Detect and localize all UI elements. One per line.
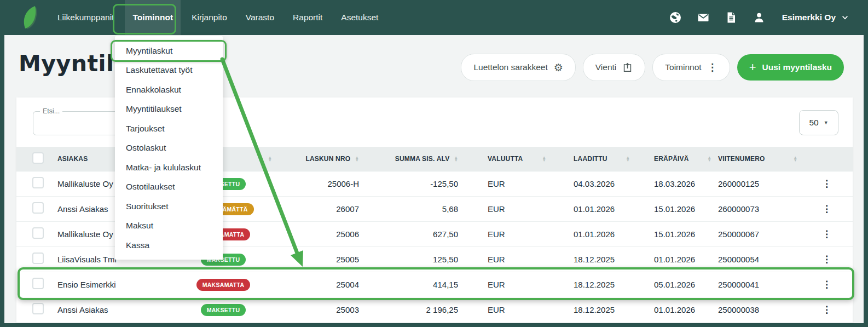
table-row[interactable]: Anssi Asiakas MAKSETTU 25003 2 196,25 EU… (16, 297, 853, 323)
status-badge: MAKSAMATTA (196, 279, 251, 291)
menu-item-tarjoukset[interactable]: Tarjoukset (115, 119, 223, 139)
row-checkbox[interactable] (32, 227, 44, 239)
row-checkbox[interactable] (32, 202, 44, 214)
company-switcher[interactable]: Esimerkki Oy (782, 13, 849, 22)
actions-button[interactable]: Toiminnot ⋮ (652, 54, 730, 81)
column-label: ERÄPÄIVÄ (654, 155, 689, 163)
export-icon (622, 62, 633, 73)
sort-icon[interactable] (355, 156, 359, 162)
menu-item-ostotilaukset[interactable]: Ostotilaukset (115, 177, 223, 197)
screenshot-frame: Liikekumppanit Toiminnot Kirjanpito Vara… (0, 0, 868, 327)
chevron-down-icon (841, 13, 849, 22)
row-checkbox[interactable] (32, 303, 44, 314)
company-name: Esimerkki Oy (782, 13, 836, 22)
column-header-viitenumero[interactable]: VIITENUMERO (716, 155, 801, 163)
cell-valuutta: EUR (472, 204, 557, 214)
plus-icon: + (749, 61, 756, 73)
column-header-erapaiva[interactable]: ERÄPÄIVÄ (636, 155, 716, 163)
menu-item-myyntitilaukset[interactable]: Myyntitilaukset (115, 100, 223, 119)
sort-icon[interactable] (542, 156, 546, 162)
row-kebab-icon[interactable]: ⋮ (822, 179, 831, 189)
new-invoice-label: Uusi myyntilasku (762, 62, 832, 72)
cell-asiakas: Anssi Asiakas (43, 305, 160, 314)
column-label: ASIAKAS (57, 155, 88, 163)
toiminnot-dropdown-menu: Myyntilaskut Laskutettavat työt Ennakkol… (115, 36, 223, 260)
cell-summa: 5,68 (371, 204, 472, 214)
kebab-icon: ⋮ (708, 61, 717, 73)
row-checkbox[interactable] (32, 253, 44, 264)
menu-item-suoritukset[interactable]: Suoritukset (115, 197, 223, 216)
cell-laskun-nro: 25006 (286, 230, 371, 239)
cell-laadittu: 01.01.2026 (557, 230, 636, 239)
column-header-laadittu[interactable]: LAADITTU (557, 155, 636, 163)
document-icon[interactable] (725, 11, 738, 24)
cell-laskun-nro: 25003 (286, 305, 371, 314)
column-header-summa[interactable]: SUMMA SIS. ALV (371, 155, 472, 163)
cell-laskun-nro: 25005 (286, 255, 371, 264)
menu-item-ostolaskut[interactable]: Ostolaskut (115, 139, 223, 158)
nav-item-raportit[interactable]: Raportit (293, 13, 322, 22)
nav-item-toiminnot[interactable]: Toiminnot (125, 0, 181, 35)
app-logo-leaf-icon[interactable] (21, 5, 39, 30)
user-icon[interactable] (753, 11, 766, 24)
menu-item-ennakkolaskut[interactable]: Ennakkolaskut (115, 80, 223, 100)
cell-erapaiva: 18.03.2026 (636, 179, 716, 188)
column-header-valuutta[interactable]: VALUUTTA (472, 155, 557, 163)
row-kebab-icon[interactable]: ⋮ (822, 254, 831, 265)
nav-item-liikekumppanit[interactable]: Liikekumppanit (57, 13, 114, 22)
page-size-value: 50 (809, 118, 818, 128)
nav-right: Esimerkki Oy (654, 11, 849, 24)
cell-summa: 2 196,25 (371, 305, 472, 314)
cell-laadittu: 18.12.2025 (557, 255, 636, 264)
row-kebab-icon[interactable]: ⋮ (822, 279, 831, 290)
menu-item-maksut[interactable]: Maksut (115, 216, 223, 236)
cell-erapaiva: 05.01.2026 (636, 280, 716, 289)
cell-valuutta: EUR (472, 255, 557, 264)
caret-down-icon: ▼ (824, 120, 829, 125)
export-button[interactable]: Vienti (583, 54, 646, 81)
cell-erapaiva: 01.01.2026 (636, 255, 716, 264)
new-invoice-button[interactable]: + Uusi myyntilasku (737, 54, 844, 81)
row-kebab-icon[interactable]: ⋮ (822, 305, 831, 315)
sort-icon[interactable] (707, 156, 711, 162)
cell-erapaiva: 01.01.2026 (636, 305, 716, 314)
export-label: Vienti (595, 62, 617, 72)
nav-item-kirjanpito[interactable]: Kirjanpito (192, 13, 227, 22)
sort-icon[interactable] (793, 156, 797, 162)
select-all-checkbox[interactable] (32, 152, 44, 164)
row-checkbox[interactable] (32, 177, 44, 188)
gear-icon: ⚙ (554, 61, 563, 74)
mail-icon[interactable] (697, 11, 710, 24)
nav-item-varasto[interactable]: Varasto (246, 13, 274, 22)
main-menu: Liikekumppanit Toiminnot Kirjanpito Vara… (48, 0, 387, 35)
sort-icon[interactable] (626, 156, 630, 162)
nav-item-asetukset[interactable]: Asetukset (341, 13, 378, 22)
cell-viitenumero: 260000125 (716, 179, 801, 188)
menu-item-kassa[interactable]: Kassa (115, 236, 223, 255)
table-row-highlighted[interactable]: Ensio Esimerkki MAKSAMATTA 25004 414,15 … (16, 272, 853, 297)
menu-item-laskutettavat-tyot[interactable]: Laskutettavat työt (115, 61, 223, 81)
globe-icon[interactable] (669, 11, 682, 24)
column-header-laskun-nro[interactable]: LASKUN NRO (286, 155, 371, 163)
sort-icon[interactable] (454, 156, 458, 162)
page-size-select[interactable]: 50 ▼ (799, 110, 838, 135)
menu-item-matka-ja-kululaskut[interactable]: Matka- ja kululaskut (115, 158, 223, 177)
sort-icon[interactable] (268, 156, 272, 162)
column-label: VALUUTTA (488, 155, 523, 163)
column-label: SUMMA SIS. ALV (395, 155, 450, 163)
menu-item-myyntilaskut[interactable]: Myyntilaskut (115, 41, 223, 61)
cell-laskun-nro: 26007 (286, 204, 371, 214)
row-kebab-icon[interactable]: ⋮ (822, 204, 831, 214)
cell-laskun-nro: 25006-H (286, 179, 371, 188)
cell-erapaiva: 15.01.2026 (636, 204, 716, 214)
cell-summa: 414,15 (371, 280, 472, 289)
column-label: LAADITTU (574, 155, 607, 163)
row-kebab-icon[interactable]: ⋮ (822, 229, 831, 239)
cell-valuutta: EUR (472, 280, 557, 289)
list-columns-label: Luettelon sarakkeet (473, 62, 547, 72)
row-checkbox[interactable] (32, 278, 44, 289)
list-columns-button[interactable]: Luettelon sarakkeet ⚙ (461, 54, 575, 81)
cell-viitenumero: 250000067 (716, 230, 801, 239)
cell-laadittu: 01.01.2026 (557, 204, 636, 214)
cell-laadittu: 18.12.2025 (557, 280, 636, 289)
